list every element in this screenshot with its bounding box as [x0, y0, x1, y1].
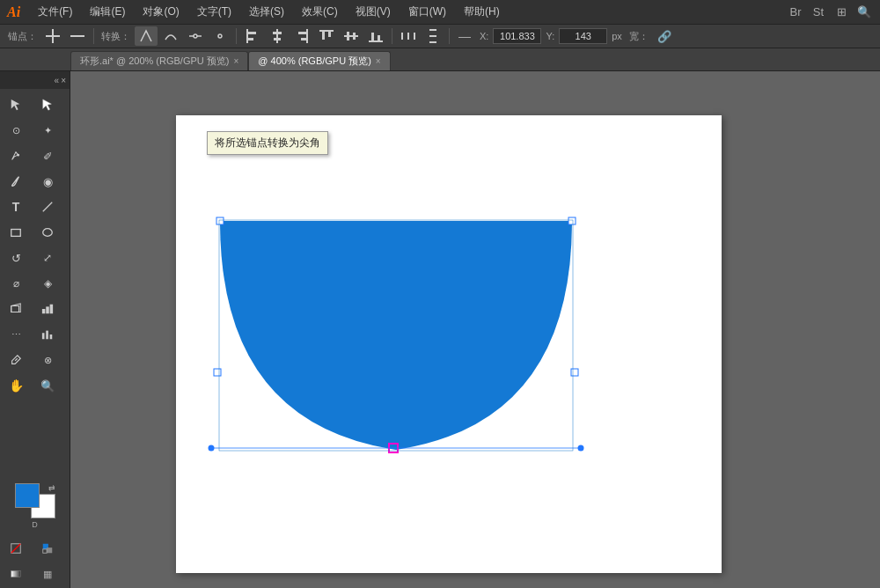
- scale-tool[interactable]: ⤢: [35, 246, 60, 270]
- brush-tool[interactable]: [4, 169, 28, 194]
- anchor-add-btn[interactable]: [41, 26, 64, 46]
- main-area: « × ⊙ ✦ ✏ ◉ T: [0, 71, 880, 588]
- tab-1-label: @ 400% (RGB/GPU 预览): [258, 55, 371, 68]
- anchor-left[interactable]: [214, 369, 221, 376]
- svg-rect-39: [42, 309, 46, 313]
- hide-handles-btn[interactable]: [209, 26, 231, 46]
- menu-effect[interactable]: 效果(C): [298, 3, 341, 21]
- svg-rect-28: [429, 29, 436, 31]
- eyedropper-tool[interactable]: [4, 348, 28, 372]
- type-tool[interactable]: T: [4, 195, 28, 219]
- line-tool[interactable]: [35, 195, 60, 219]
- link-btn[interactable]: 🔗: [653, 26, 676, 46]
- rectangle-tool[interactable]: [4, 220, 28, 245]
- align-center-h-btn[interactable]: [266, 26, 289, 46]
- blend-tool[interactable]: ⊗: [35, 348, 60, 372]
- menu-object[interactable]: 对象(O): [139, 3, 182, 21]
- align-bottom-btn[interactable]: [364, 26, 387, 46]
- tabs-bar: 环形.ai* @ 200% (RGB/GPU 预览) × @ 400% (RGB…: [0, 48, 880, 71]
- show-handles-btn[interactable]: [184, 26, 207, 46]
- free-transform-tool[interactable]: [4, 297, 28, 321]
- swap-colors-btn[interactable]: ⇄: [48, 483, 55, 492]
- anchor-remove-btn[interactable]: [66, 26, 89, 46]
- svg-rect-40: [46, 306, 49, 313]
- align-right-btn[interactable]: [290, 26, 313, 46]
- canvas-area[interactable]: 将所选锚点转换为尖角: [70, 71, 880, 588]
- svg-rect-13: [298, 32, 307, 34]
- svg-rect-9: [246, 29, 248, 43]
- tools-grid: ⊙ ✦ ✏ ◉ T ↺ ⤢: [0, 89, 70, 401]
- anchor-right[interactable]: [571, 369, 578, 376]
- svg-rect-35: [11, 230, 21, 237]
- foreground-color-swatch[interactable]: [15, 483, 40, 508]
- convert-smooth-btn[interactable]: [159, 26, 182, 46]
- align-top-btn[interactable]: [315, 26, 338, 46]
- selection-tool[interactable]: [4, 92, 28, 117]
- rotate-tool[interactable]: ↺: [4, 246, 28, 270]
- mesh-btn[interactable]: ▦: [35, 562, 60, 586]
- svg-rect-1: [46, 35, 60, 37]
- svg-rect-29: [429, 35, 436, 37]
- svg-rect-15: [306, 29, 308, 43]
- menu-select[interactable]: 选择(S): [246, 3, 288, 21]
- svg-rect-14: [301, 38, 307, 40]
- graph-tool[interactable]: [35, 322, 60, 347]
- menu-type[interactable]: 文字(T): [194, 3, 235, 21]
- anchor-topleft[interactable]: [216, 217, 224, 224]
- pen-tool[interactable]: [4, 143, 28, 168]
- warp-tool[interactable]: ⌀: [4, 271, 28, 296]
- gradient-btn[interactable]: [4, 562, 28, 586]
- stock-icon[interactable]: St: [810, 4, 827, 21]
- pencil-tool[interactable]: ✏: [30, 138, 65, 173]
- align-middle-v-btn[interactable]: [340, 26, 363, 46]
- convert-corner-btn[interactable]: [135, 26, 158, 46]
- y-input[interactable]: [559, 28, 607, 44]
- color-area: ⇄ D: [0, 478, 70, 534]
- tab-1[interactable]: @ 400% (RGB/GPU 预览) ×: [248, 51, 390, 70]
- zoom-tool[interactable]: 🔍: [35, 373, 60, 398]
- symbol-tool[interactable]: ⋯: [4, 322, 28, 347]
- unit-label: px: [609, 31, 625, 41]
- toolbar: 锚点： 转换： — X:: [0, 24, 880, 48]
- width-label: 宽：: [627, 30, 651, 43]
- panel-header: « ×: [0, 71, 70, 89]
- tooltip-text: 将所选锚点转换为尖角: [215, 136, 320, 149]
- dist-h-btn[interactable]: [397, 26, 420, 46]
- menu-edit[interactable]: 编辑(E): [86, 3, 128, 21]
- svg-rect-24: [369, 40, 383, 42]
- panel-collapse-btn[interactable]: «: [55, 76, 60, 85]
- menu-help[interactable]: 帮助(H): [460, 3, 503, 21]
- svg-rect-37: [11, 306, 19, 312]
- svg-marker-32: [43, 99, 52, 110]
- dist-v-btn[interactable]: [422, 26, 444, 46]
- lasso-tool[interactable]: ⊙: [4, 118, 28, 143]
- align-left-btn[interactable]: [241, 26, 264, 46]
- color-mode-btn[interactable]: [35, 536, 60, 561]
- x-input[interactable]: [493, 28, 541, 44]
- color-stack: ⇄: [15, 483, 55, 518]
- reshape-tool[interactable]: ◈: [35, 271, 60, 296]
- menu-window[interactable]: 窗口(W): [405, 3, 450, 21]
- anchor-topright[interactable]: [568, 217, 576, 224]
- svg-rect-43: [46, 331, 48, 340]
- grid-icon[interactable]: ⊞: [832, 4, 850, 21]
- svg-rect-49: [47, 548, 52, 553]
- tab-0-close[interactable]: ×: [233, 56, 238, 66]
- y-label: Y:: [543, 31, 557, 41]
- search-icon[interactable]: 🔍: [855, 4, 873, 21]
- fill-none-btn[interactable]: [4, 536, 28, 561]
- ellipse-tool[interactable]: [35, 220, 60, 245]
- tab-0[interactable]: 环形.ai* @ 200% (RGB/GPU 预览) ×: [70, 51, 248, 70]
- panel-close-btn[interactable]: ×: [61, 76, 66, 85]
- chart-tool[interactable]: [35, 297, 60, 321]
- minus-btn[interactable]: —: [454, 26, 475, 46]
- svg-rect-16: [322, 31, 325, 40]
- toolbox: « × ⊙ ✦ ✏ ◉ T: [0, 71, 70, 588]
- tab-1-close[interactable]: ×: [376, 56, 381, 66]
- hand-tool[interactable]: ✋: [4, 373, 28, 398]
- shape-path[interactable]: [220, 221, 572, 450]
- direct-selection-tool[interactable]: [35, 92, 60, 117]
- menu-file[interactable]: 文件(F): [34, 3, 76, 21]
- menu-view[interactable]: 视图(V): [352, 3, 394, 21]
- bridge-icon[interactable]: Br: [787, 4, 804, 21]
